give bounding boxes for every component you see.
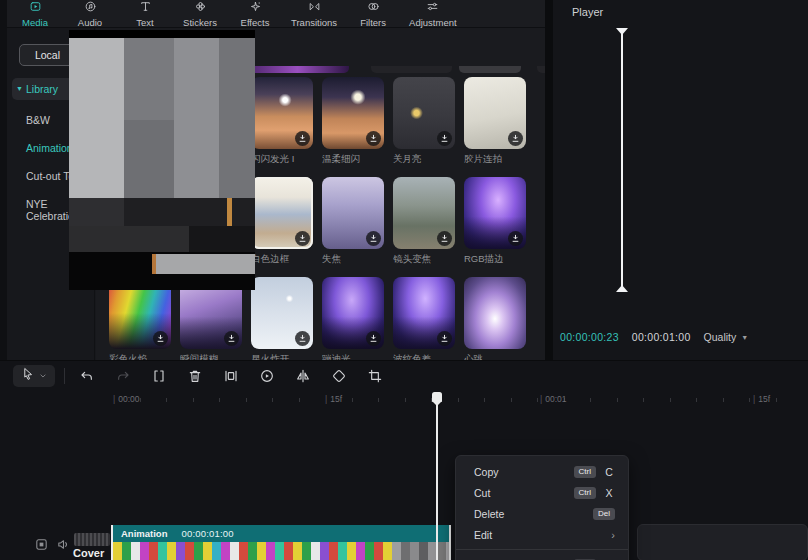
tab-filters[interactable]: Filters: [354, 0, 392, 28]
timeline-region: |00:00|15f|00:01|15f Cover Animation 00:…: [0, 360, 808, 560]
context-menu-item-copy[interactable]: CopyCtrlC: [456, 461, 628, 482]
partial-thumbnail: [246, 66, 349, 73]
effect-card[interactable]: 温柔细闪: [322, 77, 384, 166]
ruler-tick: [696, 398, 697, 402]
effect-card[interactable]: 白色边框: [251, 177, 313, 266]
effect-label: 胶片连拍: [464, 153, 526, 166]
context-menu-item-delete[interactable]: DeleteDel: [456, 503, 628, 524]
mute-track-icon[interactable]: [56, 537, 71, 556]
effect-label: 温柔细闪: [322, 153, 384, 166]
film-frame: [176, 542, 185, 560]
effect-card[interactable]: 心跳: [464, 277, 526, 360]
cover-thumbnail[interactable]: [74, 533, 110, 546]
download-icon[interactable]: [224, 331, 239, 346]
effect-card[interactable]: 关月亮: [393, 77, 455, 166]
shortcut-letter: C: [603, 466, 615, 478]
total-duration: 00:00:01:00: [632, 331, 691, 343]
crop-handle-top-icon[interactable]: [616, 28, 628, 35]
download-icon[interactable]: [295, 231, 310, 246]
download-icon[interactable]: [366, 331, 381, 346]
left-edge: [0, 0, 7, 360]
clip-frames: [113, 542, 449, 560]
rotate-button[interactable]: [325, 364, 353, 388]
tab-label: Filters: [360, 18, 386, 28]
tab-effects[interactable]: Effects: [236, 0, 274, 28]
sidebar-item-local[interactable]: Local: [19, 44, 76, 66]
context-menu-item-cut[interactable]: CutCtrlX: [456, 482, 628, 503]
context-menu-item-edit[interactable]: Edit›: [456, 524, 628, 545]
download-icon[interactable]: [295, 331, 310, 346]
download-icon[interactable]: [366, 131, 381, 146]
speed-button[interactable]: [253, 364, 281, 388]
tab-stickers[interactable]: Stickers: [181, 0, 219, 28]
split-button[interactable]: [145, 364, 173, 388]
tab-text[interactable]: Text: [126, 0, 164, 28]
effect-label: 失焦: [322, 253, 384, 266]
ruler-tick: [193, 398, 194, 402]
effect-card[interactable]: 波纹色差: [393, 277, 455, 360]
ruler-tick: [299, 398, 300, 402]
download-icon[interactable]: [366, 231, 381, 246]
download-icon[interactable]: [508, 231, 523, 246]
tab-adjustment[interactable]: Adjustment: [409, 0, 457, 28]
effect-card[interactable]: RGB描边: [464, 177, 526, 266]
effect-card[interactable]: 星火炸开: [251, 277, 313, 360]
crop-handle-bottom-icon[interactable]: [616, 285, 628, 292]
film-frame: [149, 542, 158, 560]
effect-label: 彩色火焰: [109, 353, 171, 360]
cursor-icon: [21, 367, 35, 385]
effect-card[interactable]: 失焦: [322, 177, 384, 266]
download-icon[interactable]: [437, 331, 452, 346]
transitions-icon: [308, 0, 321, 17]
ruler-tick: [140, 398, 141, 402]
film-frame: [320, 542, 329, 560]
quality-dropdown[interactable]: Quality ▼: [704, 331, 749, 343]
effect-card[interactable]: 胶片连拍: [464, 77, 526, 166]
current-time: 00:00:00:23: [560, 331, 619, 343]
crop-button[interactable]: [361, 364, 389, 388]
submenu-arrow-icon: ›: [611, 529, 615, 541]
film-frame: [383, 542, 392, 560]
menu-item-label: Edit: [474, 529, 492, 541]
film-frame: [374, 542, 383, 560]
video-bar: [124, 120, 174, 198]
download-icon[interactable]: [437, 131, 452, 146]
effect-label: RGB描边: [464, 253, 526, 266]
timeline-ruler[interactable]: |00:00|15f|00:01|15f: [0, 391, 808, 409]
timeline-clip[interactable]: Animation 00:00:01:00: [111, 525, 451, 560]
effect-card[interactable]: 闪闪发光 I: [251, 77, 313, 166]
effect-card[interactable]: 蹦迪光: [322, 277, 384, 360]
ruler-tick: [723, 398, 724, 402]
effect-thumbnail: [322, 277, 384, 349]
ruler-tick: [378, 398, 379, 402]
download-icon[interactable]: [153, 331, 168, 346]
effect-card[interactable]: 镜头变焦: [393, 177, 455, 266]
delete-button[interactable]: [181, 364, 209, 388]
download-icon[interactable]: [437, 231, 452, 246]
partial-thumbnail: [459, 66, 521, 73]
select-tool-button[interactable]: [13, 365, 55, 387]
crop-handle-line[interactable]: [621, 30, 623, 290]
tab-audio[interactable]: Audio: [71, 0, 109, 28]
film-frame: [221, 542, 230, 560]
film-frame: [239, 542, 248, 560]
effect-thumbnail: [393, 177, 455, 249]
track-toggle-icon[interactable]: [34, 537, 49, 556]
cover-button[interactable]: Cover: [73, 547, 104, 559]
freeze-frame-button[interactable]: [217, 364, 245, 388]
film-frame: [212, 542, 221, 560]
tab-label: Stickers: [183, 18, 217, 28]
mirror-button[interactable]: [289, 364, 317, 388]
text-icon: [139, 0, 152, 17]
shortcut-key: Ctrl: [574, 466, 596, 478]
effect-label: 关月亮: [393, 153, 455, 166]
download-icon[interactable]: [295, 131, 310, 146]
download-icon[interactable]: [508, 131, 523, 146]
playhead-tip: [432, 401, 442, 406]
shortcut-key: Del: [593, 508, 615, 520]
undo-button[interactable]: [73, 364, 101, 388]
tab-media[interactable]: Media: [16, 0, 54, 28]
film-frame: [446, 542, 449, 560]
tab-transitions[interactable]: Transitions: [291, 0, 337, 28]
tab-label: Media: [22, 18, 48, 28]
